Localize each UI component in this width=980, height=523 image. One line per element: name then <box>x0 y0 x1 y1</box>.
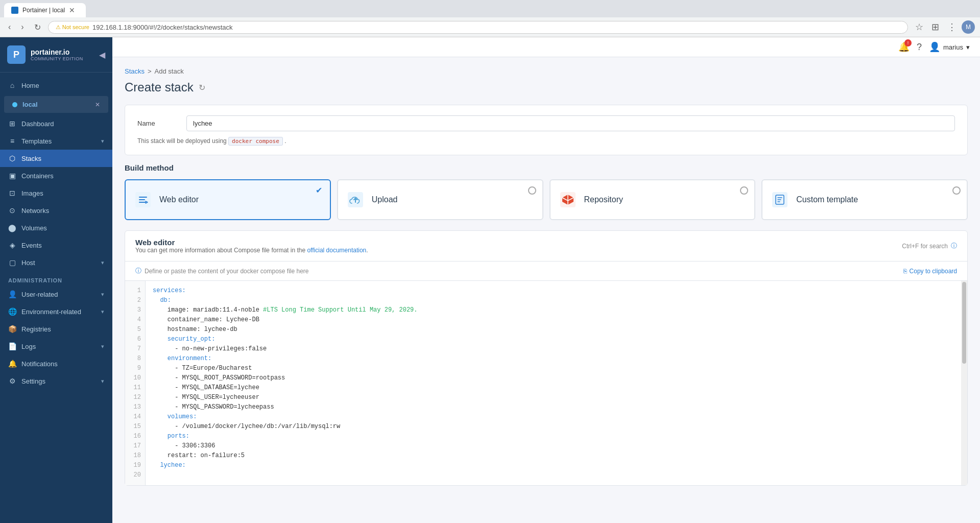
events-icon: ◈ <box>8 241 16 249</box>
refresh-icon[interactable]: ↻ <box>199 83 205 92</box>
notification-bell[interactable]: 🔔 ! <box>898 41 910 53</box>
browser-actions: ☆ ⊞ ⋮ M <box>912 20 975 34</box>
scrollbar-thumb[interactable] <box>962 282 966 364</box>
code-line: - MYSQL_DATABASE=lychee <box>153 383 960 393</box>
editor-hint-prefix: You can get more information about Compo… <box>135 247 305 254</box>
sidebar-item-images[interactable]: ⊡ Images <box>0 184 112 202</box>
page-title: Create stack ↻ <box>125 80 968 94</box>
web-editor-label: Web editor <box>159 195 199 204</box>
sidebar-item-label: Registries <box>21 325 51 333</box>
sidebar-collapse-button[interactable]: ◀ <box>99 50 105 60</box>
sidebar-item-label: Host <box>21 259 35 267</box>
scrollbar[interactable] <box>961 281 967 485</box>
sidebar-item-networks[interactable]: ⊙ Networks <box>0 202 112 219</box>
code-line: - MYSQL_ROOT_PASSWORD=rootpass <box>153 373 960 383</box>
forward-button[interactable]: › <box>18 21 27 33</box>
line-number: 20 <box>129 470 141 480</box>
method-card-custom-template[interactable]: Custom template <box>761 179 968 220</box>
logo-sub: Community Edition <box>31 56 83 61</box>
back-button[interactable]: ‹ <box>5 21 14 33</box>
method-card-upload[interactable]: Upload <box>337 179 543 220</box>
templates-icon: ≡ <box>8 137 16 145</box>
sidebar-item-user-related[interactable]: 👤 User-related ▾ <box>0 286 112 303</box>
env-close-icon[interactable]: ✕ <box>95 101 100 108</box>
page-title-text: Create stack <box>125 80 194 94</box>
registries-icon: 📦 <box>8 325 16 333</box>
upload-label: Upload <box>372 195 398 204</box>
line-number: 3 <box>129 305 141 315</box>
method-card-repository[interactable]: Repository <box>549 179 756 220</box>
sidebar-item-label: Environment-related <box>21 308 81 316</box>
editor-header-left: Web editor You can get more information … <box>135 238 368 254</box>
dashboard-icon: ⊞ <box>8 120 16 128</box>
sidebar-item-notifications[interactable]: 🔔 Notifications <box>0 355 112 372</box>
name-input[interactable] <box>186 115 955 131</box>
code-line: security_opt: <box>153 335 960 344</box>
code-line: - MYSQL_PASSWORD=lycheepass <box>153 402 960 412</box>
build-method-title: Build method <box>125 163 968 172</box>
copy-to-clipboard-button[interactable]: ⎘ Copy to clipboard <box>903 268 957 275</box>
web-editor-icon <box>134 191 152 209</box>
help-icon[interactable]: ? <box>917 42 922 53</box>
logo-title: portainer.io <box>31 48 83 56</box>
sidebar-item-containers[interactable]: ▣ Containers <box>0 167 112 184</box>
user-icon: 👤 <box>8 290 16 298</box>
topbar-user-menu[interactable]: 👤 marius ▾ <box>929 41 970 53</box>
code-line: - TZ=Europe/Bucharest <box>153 364 960 373</box>
chevron-down-icon: ▾ <box>101 291 104 298</box>
code-line: - /volume1/docker/lychee/db:/var/lib/mys… <box>153 422 960 432</box>
notification-badge: ! <box>904 39 912 46</box>
line-number: 4 <box>129 315 141 325</box>
upload-radio <box>528 186 536 195</box>
tab-close-button[interactable]: ✕ <box>69 6 75 14</box>
line-number: 6 <box>129 335 141 344</box>
extensions-button[interactable]: ⊞ <box>928 20 942 34</box>
sidebar-item-events[interactable]: ◈ Events <box>0 236 112 254</box>
url-text: 192.168.1.18:9000/#!/2/docker/stacks/new… <box>92 23 233 31</box>
sidebar-item-registries[interactable]: 📦 Registries <box>0 320 112 338</box>
code-line: - no-new-privileges:false <box>153 344 960 354</box>
sidebar-item-volumes[interactable]: ⬤ Volumes <box>0 219 112 236</box>
line-number: 8 <box>129 354 141 364</box>
line-number: 7 <box>129 344 141 354</box>
define-hint: ⓘ Define or paste the content of your do… <box>135 267 309 275</box>
sidebar: P portainer.io Community Edition ◀ ⌂ Hom… <box>0 37 112 523</box>
app-container: P portainer.io Community Edition ◀ ⌂ Hom… <box>0 37 980 523</box>
chevron-down-icon: ▾ <box>101 378 104 385</box>
upload-icon <box>346 191 365 209</box>
address-bar[interactable]: ⚠ Not secure 192.168.1.18:9000/#!/2/dock… <box>48 21 908 34</box>
breadcrumb: Stacks > Add stack <box>125 67 968 75</box>
line-number: 15 <box>129 422 141 432</box>
sidebar-item-settings[interactable]: ⚙ Settings ▾ <box>0 372 112 390</box>
sidebar-item-label: Logs <box>21 343 36 350</box>
browser-profile-avatar[interactable]: M <box>962 20 975 34</box>
refresh-button[interactable]: ↻ <box>31 21 44 33</box>
breadcrumb-stacks-link[interactable]: Stacks <box>125 67 145 75</box>
sidebar-item-dashboard[interactable]: ⊞ Dashboard <box>0 115 112 132</box>
deploy-note: This stack will be deployed using docker… <box>137 137 955 145</box>
line-number: 13 <box>129 402 141 412</box>
code-line: hostname: lychee-db <box>153 325 960 335</box>
sidebar-item-environment-related[interactable]: 🌐 Environment-related ▾ <box>0 303 112 320</box>
line-number: 19 <box>129 461 141 470</box>
sidebar-item-stacks[interactable]: ⬡ Stacks <box>0 150 112 167</box>
sidebar-item-label: Stacks <box>21 155 41 162</box>
deploy-note-suffix: . <box>284 137 286 145</box>
method-card-web-editor[interactable]: ✔ Web editor <box>125 179 331 220</box>
topbar: 🔔 ! ? 👤 marius ▾ <box>112 37 980 57</box>
sidebar-item-host[interactable]: ▢ Host ▾ <box>0 254 112 271</box>
sidebar-item-home[interactable]: ⌂ Home <box>0 77 112 94</box>
line-number: 18 <box>129 451 141 461</box>
code-editor[interactable]: 1234567891011121314151617181920 services… <box>125 281 967 485</box>
sidebar-item-templates[interactable]: ≡ Templates ▾ <box>0 132 112 150</box>
code-content[interactable]: services: db: image: mariadb:11.4-noble … <box>146 281 967 485</box>
sidebar-item-label: Events <box>21 242 42 249</box>
editor-hint: You can get more information about Compo… <box>135 247 368 254</box>
browser-tab[interactable]: Portainer | local ✕ <box>4 3 86 17</box>
menu-button[interactable]: ⋮ <box>944 20 960 34</box>
logo-text: portainer.io Community Edition <box>31 48 83 61</box>
sidebar-item-local[interactable]: local ✕ <box>4 96 108 113</box>
sidebar-item-logs[interactable]: 📄 Logs ▾ <box>0 338 112 355</box>
official-docs-link[interactable]: official documentation <box>307 247 366 254</box>
bookmark-button[interactable]: ☆ <box>912 20 926 34</box>
